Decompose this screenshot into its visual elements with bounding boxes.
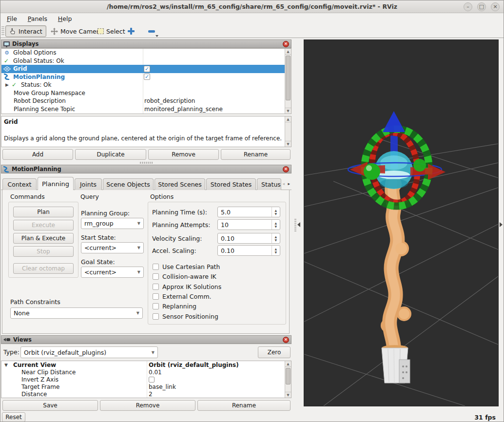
goal-state-dropdown[interactable]: <current> ▼ xyxy=(81,267,144,278)
motionplanning-close-icon[interactable]: ✕ xyxy=(283,166,289,173)
tab-context[interactable]: Context xyxy=(2,178,37,190)
spinner-arrows-icon[interactable]: ▲▼ xyxy=(271,220,277,230)
sensor-positioning-checkbox[interactable] xyxy=(153,313,159,320)
close-button[interactable]: × xyxy=(491,2,500,11)
tree-row-near-clip[interactable]: Near Clip Distance 0.01 xyxy=(1,368,291,376)
spinner-arrows-icon[interactable]: ▲▼ xyxy=(271,207,277,217)
marker-y-handle-left[interactable] xyxy=(364,163,380,180)
tree-row-robot-description[interactable]: Robot Description robot_description xyxy=(1,97,291,105)
tree-row-current-view[interactable]: ▼ Current View Orbit (rviz_default_plugi… xyxy=(1,361,291,368)
grid-enabled-checkbox[interactable]: ✓ xyxy=(144,66,150,72)
scroll-down-icon[interactable]: ▼ xyxy=(285,392,291,398)
tab-scene-objects[interactable]: Scene Objects xyxy=(103,178,154,190)
marker-z-arrow-head[interactable] xyxy=(383,111,405,132)
collapse-left-arrow-icon[interactable] xyxy=(297,222,300,227)
scroll-up-icon[interactable]: ▲ xyxy=(285,116,291,122)
remove-tool-button[interactable] xyxy=(145,25,158,37)
3d-viewport[interactable] xyxy=(304,39,499,406)
plan-and-execute-button[interactable]: Plan & Execute xyxy=(13,233,74,244)
tree-row-planning-scene-topic[interactable]: Planning Scene Topic monitored_planning_… xyxy=(1,105,291,114)
external-comm-checkbox[interactable] xyxy=(153,293,159,300)
remove-view-button[interactable]: Remove xyxy=(100,400,195,411)
views-panel-header[interactable]: Views ✕ xyxy=(1,335,291,344)
spinner-arrows-icon[interactable]: ▲▼ xyxy=(271,246,277,255)
path-constraints-dropdown[interactable]: None ▼ xyxy=(10,307,143,319)
minimize-button[interactable]: – xyxy=(464,2,472,11)
accel-scaling-spinbox[interactable]: 0.10 ▲▼ xyxy=(217,245,280,256)
stop-button[interactable]: Stop xyxy=(13,246,74,257)
collision-aware-ik-checkbox[interactable] xyxy=(153,273,159,280)
tree-row-target-frame[interactable]: Target Frame base_link xyxy=(1,383,291,390)
zero-button[interactable]: Zero xyxy=(258,346,291,358)
plan-button[interactable]: Plan xyxy=(13,207,74,217)
use-cartesian-path-checkbox[interactable] xyxy=(153,264,159,270)
collapse-icon[interactable]: ▼ xyxy=(4,363,8,367)
scroll-down-icon[interactable]: ▼ xyxy=(285,108,291,114)
tree-row-status-ok[interactable]: ▶ ✓ Status: Ok xyxy=(1,81,291,89)
view-type-dropdown[interactable]: Orbit (rviz_default_plugins) ▼ xyxy=(20,346,158,358)
remove-display-button[interactable]: Remove xyxy=(148,149,219,160)
approx-ik-solutions-checkbox[interactable] xyxy=(153,284,159,290)
tree-row-motionplanning[interactable]: MotionPlanning ✓ xyxy=(1,73,291,81)
planning-time-spinbox[interactable]: 5.0 ▲▼ xyxy=(217,207,280,217)
tree-row-invert-z[interactable]: Invert Z Axis xyxy=(1,376,291,383)
displays-panel-header[interactable]: Displays ✕ xyxy=(1,39,291,48)
description-scrollbar[interactable]: ▲ ▼ xyxy=(285,116,291,147)
tab-status[interactable]: Status xyxy=(257,178,281,190)
tab-stored-states[interactable]: Stored States xyxy=(206,178,256,190)
tab-stored-scenes[interactable]: Stored Scenes xyxy=(155,178,205,190)
scroll-up-icon[interactable]: ▲ xyxy=(285,49,291,55)
spinner-arrows-icon[interactable]: ▲▼ xyxy=(271,233,277,243)
panel-splitter-handle[interactable] xyxy=(140,162,153,164)
row-value[interactable]: robot_description xyxy=(144,97,195,104)
add-tool-button[interactable] xyxy=(124,25,138,37)
row-value[interactable]: 2 xyxy=(149,391,153,398)
save-view-button[interactable]: Save xyxy=(2,400,98,411)
tab-scroll-right-icon[interactable]: ▸ xyxy=(288,181,290,186)
menu-help[interactable]: Help xyxy=(54,14,77,24)
start-state-dropdown[interactable]: <current> ▼ xyxy=(81,242,144,253)
scroll-thumb[interactable] xyxy=(286,56,291,100)
duplicate-display-button[interactable]: Duplicate xyxy=(75,149,146,160)
menu-file[interactable]: File xyxy=(2,14,21,24)
right-splitter-gutter[interactable] xyxy=(499,38,504,408)
tree-row-move-group-namespace[interactable]: Move Group Namespace xyxy=(1,89,291,97)
tree-row-global-status[interactable]: ✓ Global Status: Ok xyxy=(1,57,291,65)
clear-octomap-button[interactable]: Clear octomap xyxy=(13,263,74,274)
collapse-right-arrow-icon[interactable] xyxy=(500,222,503,227)
tree-row-distance[interactable]: Distance 2 xyxy=(1,390,291,398)
row-value[interactable]: 0.01 xyxy=(149,369,162,376)
tab-joints[interactable]: Joints xyxy=(75,178,102,190)
invert-z-checkbox[interactable] xyxy=(149,377,155,383)
scroll-up-icon[interactable]: ▲ xyxy=(285,361,291,367)
replanning-checkbox[interactable] xyxy=(153,303,159,309)
planning-group-dropdown[interactable]: rm_group ▼ xyxy=(81,218,144,229)
expander-icon[interactable]: ▶ xyxy=(5,82,9,87)
views-tree-scrollbar[interactable]: ▲ ▼ xyxy=(285,361,291,398)
scroll-down-icon[interactable]: ▼ xyxy=(285,141,291,147)
tab-scroll-left-icon[interactable]: ◂ xyxy=(282,181,285,186)
velocity-scaling-spinbox[interactable]: 0.10 ▲▼ xyxy=(217,233,280,244)
displays-tree-scrollbar[interactable]: ▲ ▼ xyxy=(285,49,291,114)
left-splitter-gutter[interactable] xyxy=(291,38,304,408)
views-close-icon[interactable]: ✕ xyxy=(283,337,289,343)
rename-display-button[interactable]: Rename xyxy=(221,149,291,160)
tree-row-grid[interactable]: Grid ✓ xyxy=(1,65,291,73)
row-value[interactable]: base_link xyxy=(149,384,176,390)
rename-view-button[interactable]: Rename xyxy=(197,400,291,411)
displays-close-icon[interactable]: ✕ xyxy=(283,41,289,47)
select-tool-button[interactable]: Select xyxy=(94,25,129,37)
motionplanning-panel-header[interactable]: MotionPlanning ✕ xyxy=(1,165,291,173)
maximize-button[interactable]: □ xyxy=(477,2,486,11)
tab-planning[interactable]: Planning xyxy=(38,177,74,190)
row-value[interactable]: monitored_planning_scene xyxy=(144,106,223,113)
motionplanning-enabled-checkbox[interactable]: ✓ xyxy=(144,74,150,80)
interact-tool-button[interactable]: Interact xyxy=(5,25,46,37)
planning-attempts-spinbox[interactable]: 10 ▲▼ xyxy=(217,219,280,230)
toolbar-drag-handle[interactable] xyxy=(1,26,4,36)
add-display-button[interactable]: Add xyxy=(2,149,73,160)
tree-row-global-options[interactable]: ⚙ Global Options xyxy=(1,49,291,57)
menu-panels[interactable]: Panels xyxy=(23,14,52,24)
marker-y-handle-right[interactable] xyxy=(413,159,426,172)
scroll-thumb[interactable] xyxy=(286,368,291,384)
